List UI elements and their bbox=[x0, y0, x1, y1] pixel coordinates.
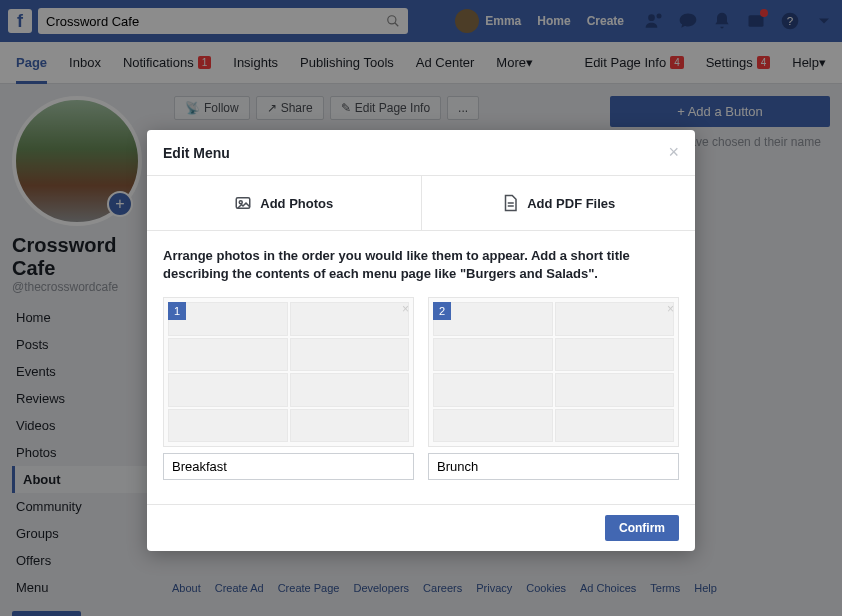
modal-footer: Confirm bbox=[147, 504, 695, 551]
remove-photo-icon[interactable]: × bbox=[402, 302, 409, 316]
photos-icon bbox=[234, 194, 252, 212]
add-pdf-tab[interactable]: Add PDF Files bbox=[422, 176, 696, 230]
confirm-button[interactable]: Confirm bbox=[605, 515, 679, 541]
modal-overlay: Edit Menu × Add Photos Add PDF Files Arr… bbox=[0, 0, 842, 616]
menu-title-input-2[interactable] bbox=[428, 453, 679, 480]
remove-photo-icon[interactable]: × bbox=[667, 302, 674, 316]
order-badge: 2 bbox=[433, 302, 451, 320]
svg-point-8 bbox=[240, 201, 243, 204]
menu-title-input-1[interactable] bbox=[163, 453, 414, 480]
pdf-icon bbox=[501, 194, 519, 212]
photo-group-1: 1 × bbox=[163, 297, 414, 480]
menu-photo-1[interactable]: 1 × bbox=[163, 297, 414, 447]
modal-body: Arrange photos in the order you would li… bbox=[147, 231, 695, 504]
tab-label: Add Photos bbox=[260, 196, 333, 211]
add-photos-tab[interactable]: Add Photos bbox=[147, 176, 422, 230]
tab-label: Add PDF Files bbox=[527, 196, 615, 211]
photo-group-2: 2 × bbox=[428, 297, 679, 480]
edit-menu-modal: Edit Menu × Add Photos Add PDF Files Arr… bbox=[147, 130, 695, 551]
modal-title: Edit Menu bbox=[163, 145, 230, 161]
order-badge: 1 bbox=[168, 302, 186, 320]
instruction-text: Arrange photos in the order you would li… bbox=[163, 247, 679, 283]
close-icon[interactable]: × bbox=[668, 142, 679, 163]
modal-header: Edit Menu × bbox=[147, 130, 695, 176]
modal-tabs: Add Photos Add PDF Files bbox=[147, 176, 695, 231]
photos-row: 1 × 2 × bbox=[163, 297, 679, 480]
menu-photo-2[interactable]: 2 × bbox=[428, 297, 679, 447]
